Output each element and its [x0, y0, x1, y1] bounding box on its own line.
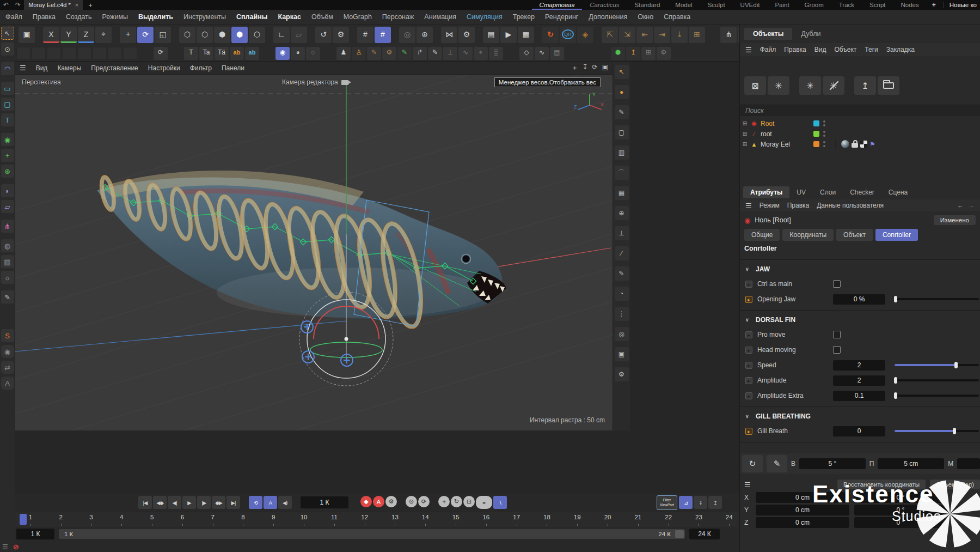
- strip-magnify-icon[interactable]: ⊕: [615, 206, 629, 220]
- toolbar-icon[interactable]: [77, 47, 91, 60]
- toolbar-icon[interactable]: [169, 47, 183, 60]
- object-filter-icon[interactable]: [791, 76, 798, 95]
- prev-key-button[interactable]: ◀◆: [153, 496, 167, 509]
- viewport-menu-item[interactable]: Панели: [222, 64, 244, 72]
- viewport-camera-label[interactable]: Камера редактора: [282, 78, 338, 86]
- object-manager-menu-item[interactable]: Закладка: [886, 46, 915, 53]
- parameter-row[interactable]: ∨ ▸: [740, 439, 980, 442]
- menu-item[interactable]: Дополнения: [589, 13, 627, 21]
- layout-tab[interactable]: Sculpt: [700, 0, 733, 10]
- slider[interactable]: [895, 395, 979, 397]
- key-selection-button[interactable]: ⊙: [406, 496, 417, 507]
- value-field[interactable]: 0.1: [833, 391, 885, 401]
- left-tool-icon[interactable]: [1, 235, 14, 238]
- toolbar-icon[interactable]: [392, 27, 398, 43]
- strip-pointer-icon[interactable]: ↖: [615, 65, 629, 79]
- rotation-snap-icon[interactable]: ↻: [742, 455, 763, 472]
- position-field[interactable]: 0 cm: [756, 492, 849, 503]
- rotate-ring-button[interactable]: ⟳: [154, 47, 168, 60]
- range-start-field[interactable]: 1 К: [16, 529, 54, 539]
- position-field[interactable]: 0 cm: [756, 517, 849, 528]
- toolbar-icon[interactable]: [16, 47, 30, 60]
- stage-tool[interactable]: ▥: [1, 255, 14, 268]
- parameter-row[interactable]: ∨ ▸ Head moving: [740, 342, 980, 357]
- menu-item[interactable]: MoGraph: [344, 13, 372, 21]
- value-field[interactable]: 2: [833, 360, 885, 371]
- loop-playback-button[interactable]: ⟲: [249, 496, 262, 509]
- layout-tab[interactable]: Paint: [767, 0, 797, 10]
- restore-coordinates-button[interactable]: Восстановить координаты: [837, 480, 926, 489]
- toolbar-icon[interactable]: [713, 27, 719, 43]
- move-keys-down-button[interactable]: ↧: [694, 496, 707, 509]
- record-keyframe-button[interactable]: ◆: [360, 496, 372, 507]
- strip-cube-icon[interactable]: ▢: [615, 125, 629, 139]
- text-primitive-tool[interactable]: T: [1, 113, 14, 126]
- toolbar-icon[interactable]: [108, 47, 122, 60]
- menu-item[interactable]: Выделить: [138, 13, 173, 21]
- strip-pen-icon[interactable]: ✎: [615, 105, 629, 119]
- collapse-chevron-icon[interactable]: ∨: [745, 266, 751, 272]
- viewport-menu-item[interactable]: Вид: [36, 64, 48, 72]
- status-menu-icon[interactable]: ☰: [2, 543, 8, 551]
- show-keys-button[interactable]: A: [264, 496, 277, 509]
- parameter-row[interactable]: ∨ ▸: [740, 403, 980, 407]
- rotation-field[interactable]: 0 °: [854, 492, 947, 503]
- visibility-dots[interactable]: [823, 141, 826, 147]
- slider-knob[interactable]: [894, 296, 897, 302]
- menu-item[interactable]: Сплайны: [236, 13, 267, 21]
- visibility-dots[interactable]: [823, 120, 826, 126]
- toolbar-icon[interactable]: [596, 47, 610, 60]
- play-button[interactable]: ▶: [182, 496, 196, 509]
- object-manager-menu-item[interactable]: Вид: [814, 46, 826, 53]
- symmetry-button[interactable]: ⋈: [441, 27, 457, 43]
- toolbar-icon[interactable]: [266, 27, 272, 43]
- snap-drop-button[interactable]: ⤓: [671, 27, 688, 43]
- timeline-ruler[interactable]: 123456789101112131415161718192021222324: [15, 512, 739, 527]
- slider-knob[interactable]: [953, 428, 956, 434]
- instance-tool[interactable]: ▱: [1, 200, 14, 213]
- enable-axis-button[interactable]: ↺: [315, 27, 332, 43]
- snap-grid-button[interactable]: ⊞: [689, 27, 705, 43]
- quad-view-button[interactable]: ⊞: [641, 47, 656, 60]
- menu-item[interactable]: Объём: [311, 13, 333, 21]
- green-cube-button[interactable]: ⬢: [611, 47, 625, 60]
- weight-tag-icon[interactable]: [852, 143, 858, 148]
- menu-item[interactable]: Анимация: [424, 13, 456, 21]
- slider[interactable]: [895, 379, 979, 381]
- toolbar-icon[interactable]: [350, 27, 356, 43]
- parameter-row[interactable]: ∨ ▸ Speed 2: [740, 357, 980, 373]
- parameter-row[interactable]: ∨ ▸: [740, 256, 980, 260]
- attribute-section-tab[interactable]: Общие: [744, 229, 780, 241]
- toolbar-icon[interactable]: [138, 47, 152, 60]
- minimize-view-icon[interactable]: ↧: [583, 63, 588, 72]
- keyframe-box-icon[interactable]: ▸: [745, 428, 752, 435]
- parameter-row[interactable]: ∨ ▸ JAW: [740, 262, 980, 276]
- snap-rings-button[interactable]: ◎: [399, 27, 415, 43]
- sketch-render-tool[interactable]: S: [1, 329, 14, 342]
- coordinates-menu-icon[interactable]: ☰: [744, 481, 751, 489]
- toolbar-icon[interactable]: [260, 47, 274, 60]
- parameter-row[interactable]: ∨ ▸ Pro move: [740, 327, 980, 342]
- autokey-button[interactable]: A: [373, 496, 384, 507]
- parameter-row[interactable]: ∨ ▸ Ctrl as main: [740, 276, 980, 292]
- layer-color-swatch[interactable]: [813, 141, 819, 147]
- key-pla-button[interactable]: ⟳: [418, 496, 430, 507]
- menu-item[interactable]: Справка: [664, 13, 690, 21]
- fcurve-tool-button[interactable]: ∿: [535, 47, 549, 60]
- camera-icon[interactable]: [341, 80, 348, 85]
- keyframe-box-icon[interactable]: ▸: [745, 377, 752, 384]
- curve-tool-button[interactable]: ∿: [458, 47, 473, 60]
- layer-color-swatch[interactable]: [813, 120, 819, 126]
- toolbar-icon[interactable]: [476, 27, 482, 43]
- toolbar-icon[interactable]: [308, 27, 314, 43]
- grid-button[interactable]: #: [357, 27, 373, 43]
- hpb-b-field[interactable]: 5 °: [799, 458, 866, 469]
- scale-tool-button[interactable]: ◱: [155, 27, 171, 43]
- attributes-menu-icon[interactable]: ☰: [745, 202, 752, 210]
- undo-icon[interactable]: ↶: [3, 1, 9, 9]
- wireframe-shading-button[interactable]: ◌: [306, 47, 320, 60]
- parameter-row[interactable]: ∨ ▸ DORSAL FIN: [740, 313, 980, 327]
- edges-mode-button[interactable]: ⬡: [197, 27, 213, 43]
- keyframe-box-icon[interactable]: ▸: [745, 362, 752, 369]
- fcurve-mode-button[interactable]: ⊿: [679, 496, 693, 509]
